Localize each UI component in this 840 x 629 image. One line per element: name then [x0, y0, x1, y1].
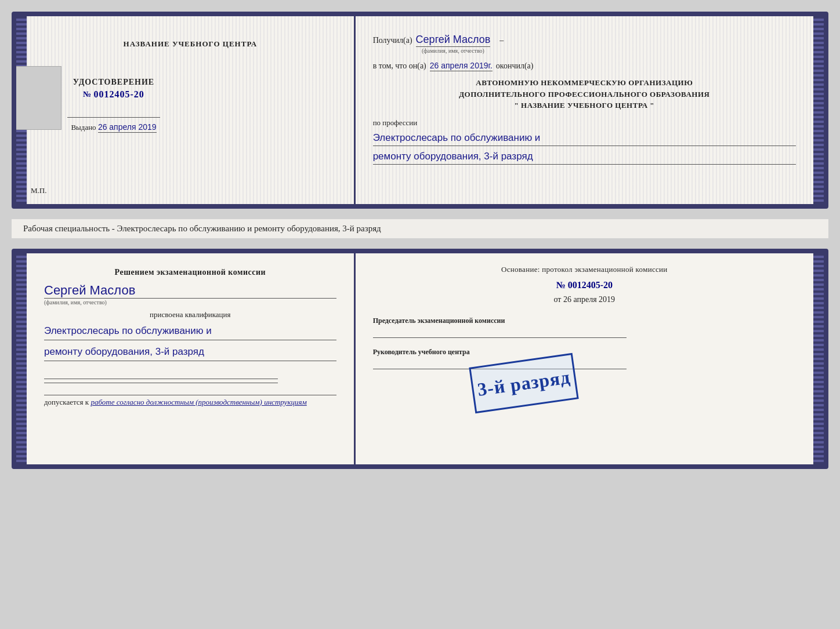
protocol-number: № 0012405-20 [373, 280, 796, 290]
assigned-text: присвоена квалификация [44, 310, 336, 319]
chairman-signature-line [373, 337, 627, 338]
doc-number: 0012405-20 [93, 89, 144, 100]
cert-top-right: Получил(а) Сергей Маслов (фамилия, имя, … [356, 16, 824, 204]
profession-line1: Электрослесарь по обслуживанию и [373, 130, 796, 146]
issued-line: Выдано 26 апреля 2019 [71, 122, 156, 132]
stripe-right-top [813, 16, 824, 204]
allowed-block: допускается к работе согласно должностны… [44, 395, 336, 407]
protocol-date-line: от 26 апреля 2019 [373, 295, 796, 304]
certificate-card-top: НАЗВАНИЕ УЧЕБНОГО ЦЕНТРА УДОСТОВЕРЕНИЕ №… [12, 12, 828, 209]
allowed-text: работе согласно должностным (производств… [90, 398, 306, 406]
doc-title: УДОСТОВЕРЕНИЕ [73, 78, 154, 87]
profession-line2: ремонту оборудования, 3-й разряд [373, 148, 796, 165]
cert-bottom-left: Решением экзаменационной комиссии Сергей… [16, 253, 356, 464]
issued-date: 26 апреля 2019 [98, 122, 157, 133]
training-center-label-top: НАЗВАНИЕ УЧЕБНОГО ЦЕНТРА [124, 39, 258, 49]
name-sublabel-bottom: (фамилия, имя, отчество) [44, 299, 336, 306]
middle-label: Рабочая специальность - Электрослесарь п… [12, 219, 828, 238]
stamp-text: 3-й разряд [476, 366, 571, 400]
leader-label: Руководитель учебного центра [373, 347, 796, 357]
recipient-name: Сергей Маслов [416, 34, 491, 47]
allowed-prefix: допускается к [44, 398, 89, 406]
person-name-bottom: Сергей Маслов [44, 283, 336, 299]
recipient-sublabel: (фамилия, имя, отчество) [422, 48, 484, 54]
stripe-right-bottom [813, 253, 824, 464]
org-block: АВТОНОМНУЮ НЕКОММЕРЧЕСКУЮ ОРГАНИЗАЦИЮ ДО… [373, 77, 796, 111]
basis-text: Основание: протокол экзаменационной коми… [373, 265, 796, 274]
date-completed: 26 апреля 2019г. [430, 61, 493, 71]
doc-number-prefix: № [83, 90, 91, 99]
commission-title: Решением экзаменационной комиссии [44, 268, 336, 277]
in-that-prefix: в том, что он(а) [373, 61, 426, 71]
in-that-line: в том, что он(а) 26 апреля 2019г. окончи… [373, 61, 796, 71]
cert-bottom-right: Основание: протокол экзаменационной коми… [356, 253, 824, 464]
photo-placeholder [12, 66, 61, 130]
cert-top-left: НАЗВАНИЕ УЧЕБНОГО ЦЕНТРА УДОСТОВЕРЕНИЕ №… [16, 16, 356, 204]
dash1: – [499, 36, 504, 45]
certificate-card-bottom: Решением экзаменационной комиссии Сергей… [12, 249, 828, 469]
mp-label: М.П. [31, 186, 46, 195]
completed-label: окончил(а) [496, 61, 534, 71]
qualification-line1: Электрослесарь по обслуживанию и [44, 323, 336, 340]
received-prefix: Получил(а) [373, 36, 412, 45]
received-line: Получил(а) Сергей Маслов (фамилия, имя, … [373, 34, 796, 54]
qualification-line2: ремонту оборудования, 3-й разряд [44, 344, 336, 361]
chairman-label: Председатель экзаменационной комиссии [373, 316, 796, 326]
profession-label: по профессии [373, 118, 796, 128]
